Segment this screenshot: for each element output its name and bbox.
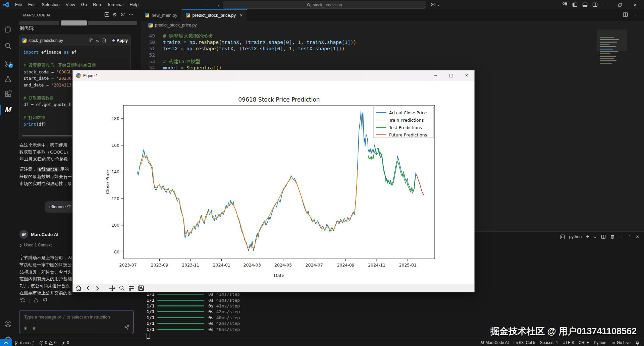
figure-maximize-button[interactable] [443, 70, 459, 80]
new-terminal-button[interactable]: + [586, 234, 589, 240]
sidebar-item-run-debug[interactable] [0, 72, 16, 86]
menu-run[interactable]: Run [90, 0, 104, 9]
branch-indicator[interactable]: main [12, 339, 37, 346]
terminal-cursor [147, 333, 150, 339]
home-icon[interactable] [75, 285, 82, 291]
terminal-dropdown-button[interactable]: ⌄ [594, 235, 597, 239]
history-back-icon[interactable]: ← [205, 2, 210, 8]
copy-code-button[interactable] [89, 38, 94, 43]
terminal-shell-label[interactable]: python [569, 234, 582, 239]
problems-indicator[interactable]: 0 0 [37, 339, 59, 346]
zoom-icon[interactable] [119, 285, 125, 291]
menu-edit[interactable]: Edit [25, 0, 39, 9]
code-line: 53# 构建LSTM模型 [141, 58, 543, 65]
search-icon [307, 3, 311, 7]
back-icon[interactable] [85, 285, 91, 291]
toggle-sidebar-icon[interactable] [572, 2, 578, 7]
regenerate-button[interactable] [20, 298, 25, 304]
close-panel-button[interactable]: ✕ [636, 234, 639, 239]
thumbs-down-button[interactable] [43, 298, 48, 304]
progress-bar [157, 300, 204, 301]
notifications-bell[interactable] [633, 339, 642, 346]
menu-help[interactable]: Help [126, 0, 142, 9]
input-placeholder: Type a message or '/' to select an instr… [24, 314, 110, 320]
split-editor-button[interactable] [623, 12, 628, 17]
insert-code-button[interactable] [96, 38, 100, 43]
language-mode[interactable]: Python [591, 339, 608, 346]
profile-button[interactable] [120, 12, 125, 17]
breadcrumb[interactable]: predict_stock_price.py [141, 21, 644, 30]
encoding[interactable]: UTF-8 [560, 339, 576, 346]
marscode-status[interactable]: M MarsCode AI [478, 339, 511, 346]
sidebar-item-search[interactable] [0, 39, 16, 53]
menu-go[interactable]: Go [78, 0, 90, 9]
send-button[interactable] [124, 324, 129, 331]
inline-code-tag: efinance [37, 167, 59, 172]
maximize-panel-button[interactable]: ⌃ [628, 235, 631, 239]
panel-more-button[interactable]: ⋯ [619, 234, 624, 239]
command-search-input[interactable]: stock_prediction [223, 1, 426, 9]
account-button[interactable] [0, 317, 16, 331]
figure-title-bar[interactable]: Figure 1 ─ ✕ [73, 70, 474, 81]
svg-text:09618 Stock Price Prediction: 09618 Stock Price Prediction [238, 96, 320, 103]
copilot-menu-button[interactable]: ⌄ [430, 2, 440, 7]
new-chat-button[interactable] [104, 12, 109, 17]
customize-layout-icon[interactable] [562, 2, 568, 7]
ports-indicator[interactable]: 0 [59, 339, 71, 346]
chat-input[interactable]: Type a message or '/' to select an instr… [19, 310, 133, 334]
menu-terminal[interactable]: Terminal [104, 0, 126, 9]
terminal-output[interactable]: 1/10s41ms/step1/10s41ms/step1/10s41ms/st… [147, 291, 240, 339]
kill-terminal-button[interactable] [610, 234, 615, 239]
forward-icon[interactable] [94, 285, 101, 291]
editor-more-actions-button[interactable]: ⋯ [633, 12, 638, 17]
window-minimize-button[interactable]: ─ [597, 0, 612, 9]
panel-settings-button[interactable]: ⚙ [113, 12, 117, 17]
history-forward-icon[interactable]: → [215, 2, 220, 8]
matplotlib-icon [76, 73, 81, 78]
new-file-button[interactable] [102, 38, 106, 43]
menu-file[interactable]: File [12, 0, 25, 9]
window-close-button[interactable]: ✕ [628, 0, 643, 9]
used-context-toggle[interactable]: ❯ Used 1 Context [19, 243, 52, 247]
go-live-button[interactable]: Go Live [609, 339, 633, 346]
instructions-icon[interactable]: ✳ [23, 326, 28, 331]
context-hash-icon[interactable]: # [33, 326, 36, 331]
sidebar-item-explorer[interactable] [0, 23, 16, 36]
redacted-text [19, 21, 59, 25]
indentation[interactable]: Spaces: 4 [538, 339, 560, 346]
tab-predict_stock_price.py[interactable]: predict_stock_price.py✕ [182, 9, 247, 21]
toggle-secondary-sidebar-icon[interactable] [592, 2, 598, 7]
eol-sequence[interactable]: CRLF [576, 339, 591, 346]
branch-icon [14, 341, 19, 345]
panel-more-button[interactable]: ⋯ [129, 12, 133, 17]
close-tab-button[interactable]: ✕ [239, 13, 243, 18]
tab-new_main.py[interactable]: new_main.py [141, 9, 182, 21]
paragraph-line: 7月，该公司尚未进行首次 [19, 282, 72, 289]
snippet-line: # 设置股票代码、开始日期和结束日期 [23, 62, 128, 69]
save-icon[interactable] [138, 285, 144, 291]
svg-text:Close Price: Close Price [105, 170, 110, 194]
terminal-progress-line: 1/10s42ms/step [147, 321, 240, 326]
cursor-position[interactable]: Ln 63, Col 5 [511, 339, 538, 346]
code-line: 52 [141, 52, 543, 58]
progress-bar [157, 294, 204, 295]
sidebar-item-marscode-ai[interactable]: M [0, 103, 16, 117]
toggle-panel-icon[interactable] [582, 2, 588, 7]
window-restore-button[interactable] [612, 0, 628, 9]
remote-indicator[interactable]: >< [0, 339, 12, 346]
subplot-settings-icon[interactable] [128, 285, 135, 292]
menu-view[interactable]: View [63, 0, 78, 9]
thumbs-up-button[interactable] [34, 298, 39, 304]
sidebar-item-extensions[interactable] [0, 87, 16, 101]
figure-close-button[interactable]: ✕ [459, 70, 474, 80]
apply-button[interactable]: ✦ Apply [110, 38, 128, 43]
code-content: 49# 调整输入数据的形状50trainX = np.reshape(train… [141, 33, 543, 71]
menu-selection[interactable]: Selection [39, 0, 62, 9]
split-terminal-button[interactable] [601, 234, 606, 239]
pan-icon[interactable] [109, 285, 116, 292]
menu-bar: FileEditSelectionViewGoRunTerminalHelp [12, 0, 142, 9]
warning-icon [49, 341, 53, 345]
figure-minimize-button[interactable]: ─ [428, 70, 443, 80]
sidebar-item-source-control[interactable] [0, 57, 16, 70]
minimap[interactable] [600, 37, 624, 107]
